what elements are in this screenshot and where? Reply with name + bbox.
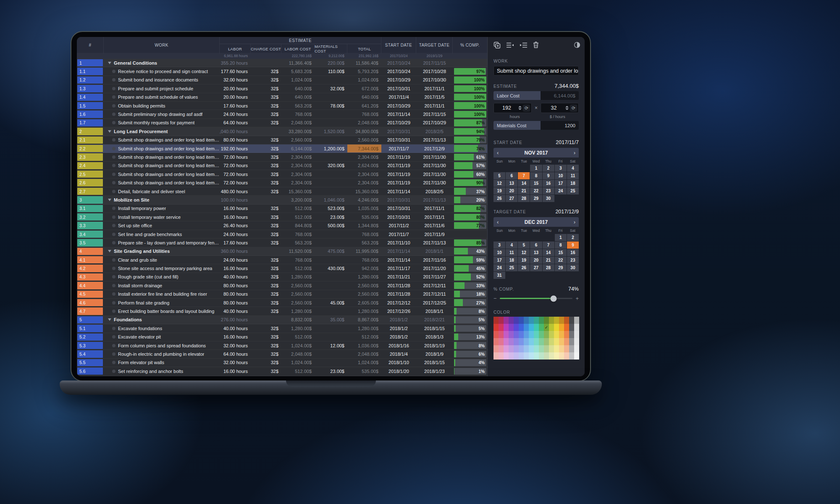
- calendar-day-cell[interactable]: 26: [494, 195, 505, 202]
- rate-sync-icon[interactable]: ⟳: [570, 105, 577, 112]
- table-row[interactable]: 1.6Submit preliminary shop drawing asf a…: [77, 110, 487, 118]
- col-header-work[interactable]: WORK: [104, 37, 220, 53]
- table-row[interactable]: 2.1Submit shop drawings and order long l…: [77, 136, 487, 144]
- col-header-comp[interactable]: % COMP.: [453, 37, 487, 53]
- color-swatch[interactable]: [559, 324, 564, 331]
- calendar-day-cell[interactable]: 23: [543, 187, 554, 194]
- col-header-labor-cost[interactable]: LABOR COST: [281, 44, 315, 53]
- calendar-day-cell[interactable]: 1: [530, 165, 542, 172]
- calendar-day-cell[interactable]: 9: [543, 172, 554, 179]
- rate-stepper-arrows[interactable]: [564, 106, 570, 110]
- collapse-triangle-icon[interactable]: [108, 62, 111, 64]
- calendar-day-cell[interactable]: 21: [518, 187, 530, 194]
- calendar-day-cell[interactable]: 25: [567, 187, 579, 194]
- color-swatch[interactable]: [554, 338, 559, 345]
- table-row[interactable]: 3.3Set up site office26.40 hours32$844.8…: [77, 221, 487, 230]
- table-row[interactable]: 1.5Obtain building permits17.60 hours32$…: [77, 102, 487, 110]
- color-swatch[interactable]: [514, 331, 519, 338]
- calendar-day-cell[interactable]: 13: [506, 180, 517, 187]
- calendar-day-cell[interactable]: 13: [530, 249, 542, 256]
- calendar-day-cell[interactable]: 20: [530, 257, 542, 264]
- table-row[interactable]: 5.1Excavate foundations40.00 hours32$1,2…: [77, 324, 487, 333]
- color-swatch[interactable]: [509, 324, 514, 331]
- color-swatch[interactable]: [534, 324, 539, 331]
- table-row[interactable]: 1.7Submit monthly requests for payment64…: [77, 119, 487, 127]
- col-header-charge-cost[interactable]: CHARGE COST: [251, 44, 281, 53]
- color-swatch[interactable]: [509, 352, 514, 360]
- calendar-day-cell[interactable]: 6: [530, 242, 542, 249]
- table-row[interactable]: 5.5Form elevator pit walls32.00 hours32$…: [77, 359, 487, 367]
- calendar-day-cell[interactable]: 7: [518, 172, 530, 179]
- color-swatch[interactable]: [499, 317, 504, 324]
- calendar-day-cell[interactable]: 24: [555, 187, 567, 194]
- color-swatch[interactable]: [504, 324, 509, 331]
- collapse-triangle-icon[interactable]: [108, 199, 111, 201]
- calendar-day-cell[interactable]: 14: [518, 180, 530, 187]
- color-swatch[interactable]: [539, 324, 544, 331]
- table-row[interactable]: 5Foundations276.00 hours8,832.00$35.00$8…: [77, 316, 487, 324]
- color-swatch-selected[interactable]: ✓: [544, 324, 549, 331]
- color-swatch[interactable]: [524, 345, 529, 352]
- color-swatch[interactable]: [544, 352, 549, 360]
- table-row[interactable]: 3.1Install temporary power16.00 hours32$…: [77, 205, 487, 213]
- calendar-day-cell[interactable]: 19: [494, 187, 505, 194]
- color-swatch[interactable]: [559, 317, 564, 324]
- calendar-day-cell[interactable]: 17: [555, 180, 567, 187]
- calendar-day-cell[interactable]: 3: [555, 165, 567, 172]
- calendar-day-cell[interactable]: 15: [530, 180, 542, 187]
- color-swatch[interactable]: [529, 345, 534, 352]
- color-swatch[interactable]: [574, 338, 579, 345]
- calendar-day-cell[interactable]: 25: [506, 264, 517, 271]
- calendar-day-cell[interactable]: 24: [494, 264, 505, 271]
- color-swatch[interactable]: [504, 317, 509, 324]
- calendar-day-cell[interactable]: 8: [555, 242, 567, 249]
- color-swatch[interactable]: [514, 338, 519, 345]
- color-swatch[interactable]: [559, 338, 564, 345]
- table-row[interactable]: 4.3Rough grade site (cut and fill)40.00 …: [77, 273, 487, 281]
- table-row[interactable]: 5.3Form column piers and spread foundati…: [77, 341, 487, 350]
- color-swatch[interactable]: [519, 317, 524, 324]
- color-swatch[interactable]: [499, 345, 504, 352]
- duplicate-icon[interactable]: [494, 42, 501, 49]
- calendar-day-cell[interactable]: 1: [555, 234, 567, 241]
- color-swatch[interactable]: [559, 352, 564, 360]
- calendar-day-cell[interactable]: 22: [530, 187, 542, 194]
- color-swatch[interactable]: [569, 317, 574, 324]
- color-swatch[interactable]: [574, 352, 579, 360]
- color-swatch[interactable]: [564, 331, 569, 338]
- color-swatch[interactable]: [514, 324, 519, 331]
- color-swatch[interactable]: [544, 317, 549, 324]
- color-swatch[interactable]: [529, 338, 534, 345]
- hours-stepper[interactable]: 192 ⟳: [494, 103, 532, 113]
- color-swatch[interactable]: [534, 338, 539, 345]
- color-swatch[interactable]: [504, 352, 509, 360]
- color-swatch[interactable]: [524, 352, 529, 360]
- color-swatch[interactable]: [539, 345, 544, 352]
- table-row[interactable]: 5.6Set reinforcing and anchor bolts16.00…: [77, 367, 487, 375]
- table-row[interactable]: 1.4Prepare and submit schedule of values…: [77, 93, 487, 102]
- work-input[interactable]: Submit shop drawings and order long lead…: [494, 66, 579, 76]
- color-swatch[interactable]: [549, 352, 554, 360]
- calendar-day-cell[interactable]: 27: [530, 264, 542, 271]
- color-swatch[interactable]: [544, 331, 549, 338]
- color-swatch[interactable]: [539, 317, 544, 324]
- color-swatch[interactable]: [494, 338, 499, 345]
- table-row[interactable]: 4Site Grading and Utilities360.00 hours1…: [77, 247, 487, 256]
- calendar-day-cell[interactable]: 15: [555, 249, 567, 256]
- indent-icon[interactable]: [520, 42, 528, 48]
- color-swatch[interactable]: [544, 345, 549, 352]
- calendar-day-cell[interactable]: 21: [543, 257, 554, 264]
- color-swatch[interactable]: [554, 345, 559, 352]
- col-header-total[interactable]: TOTAL: [347, 44, 381, 53]
- slider-knob[interactable]: [551, 295, 557, 302]
- color-swatch[interactable]: [519, 331, 524, 338]
- hours-sync-icon[interactable]: ⟳: [523, 105, 530, 112]
- color-swatch[interactable]: [534, 352, 539, 360]
- table-row[interactable]: 2.7Detail, fabricate and deliver steel48…: [77, 187, 487, 196]
- calendar-day-cell[interactable]: 18: [567, 180, 579, 187]
- color-swatch[interactable]: [514, 317, 519, 324]
- color-swatch[interactable]: [559, 345, 564, 352]
- table-row[interactable]: 3.4Set line and grade benchmarks24.00 ho…: [77, 230, 487, 239]
- slider-plus[interactable]: +: [575, 296, 579, 301]
- table-row[interactable]: 3.2Install temporary water service16.00 …: [77, 213, 487, 221]
